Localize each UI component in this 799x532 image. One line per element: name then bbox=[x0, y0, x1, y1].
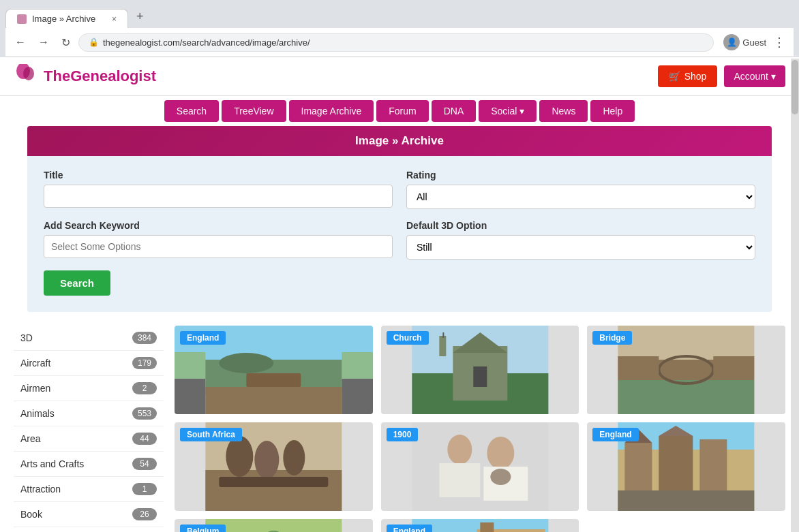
image-card-4[interactable]: South Africa bbox=[175, 422, 373, 511]
title-group: Title bbox=[44, 170, 393, 209]
image-tag-8: England bbox=[387, 525, 432, 532]
shop-button[interactable]: 🛒 Shop bbox=[658, 65, 718, 87]
svg-point-27 bbox=[447, 435, 472, 465]
tab-title: Image » Archive bbox=[32, 14, 95, 24]
svg-rect-50 bbox=[480, 522, 494, 532]
title-input[interactable] bbox=[44, 185, 393, 208]
sidebar-item-area[interactable]: Area 44 bbox=[14, 426, 164, 452]
image-tag-4: South Africa bbox=[180, 428, 242, 441]
tab-favicon bbox=[17, 14, 27, 24]
nav-treeview[interactable]: TreeView bbox=[222, 100, 286, 122]
rating-label: Rating bbox=[406, 170, 755, 181]
sidebar-item-airmen[interactable]: Airmen 2 bbox=[14, 376, 164, 401]
sidebar-item-arts-and-crafts[interactable]: Arts and Crafts 54 bbox=[14, 452, 164, 477]
svg-rect-21 bbox=[205, 470, 342, 511]
image-card-3[interactable]: Bridge bbox=[587, 326, 785, 414]
header-right: 🛒 Shop Account ▾ bbox=[658, 65, 785, 87]
nav-image-archive[interactable]: Image Archive bbox=[289, 100, 374, 122]
image-card-7[interactable]: Belgium bbox=[175, 519, 373, 532]
browser-window: Image » Archive × + ← → ↻ 🔒 thegenealogi… bbox=[0, 0, 799, 532]
scrollbar[interactable] bbox=[791, 59, 799, 532]
url-text: thegenealogist.com/search/advanced/image… bbox=[103, 37, 310, 48]
more-options-button[interactable]: ⋮ bbox=[770, 32, 788, 52]
title-label: Title bbox=[44, 170, 393, 181]
svg-point-5 bbox=[219, 353, 273, 373]
back-button[interactable]: ← bbox=[11, 33, 30, 51]
svg-point-29 bbox=[487, 437, 514, 469]
nav-social[interactable]: Social ▾ bbox=[479, 100, 537, 122]
svg-rect-25 bbox=[219, 477, 328, 487]
keyword-group: Add Search Keyword bbox=[44, 220, 393, 260]
rating-group: Rating All 1 Star 2 Stars 3 Stars 4 Star… bbox=[406, 170, 755, 209]
form-row-1: Title Rating All 1 Star 2 Stars 3 Stars … bbox=[44, 170, 755, 209]
forward-button[interactable]: → bbox=[34, 33, 53, 51]
image-card-6[interactable]: England bbox=[587, 422, 785, 511]
chevron-down-icon: ▾ bbox=[771, 71, 776, 82]
logo[interactable]: TheGenealogist bbox=[14, 64, 156, 89]
nav-search[interactable]: Search bbox=[164, 100, 219, 122]
sidebar: 3D 384 Aircraft 179 Airmen 2 Animals 553… bbox=[14, 326, 164, 532]
address-bar[interactable]: 🔒 thegenealogist.com/search/advanced/ima… bbox=[78, 33, 714, 52]
avatar: 👤 bbox=[723, 34, 740, 50]
page-content: TheGenealogist 🛒 Shop Account ▾ Search T… bbox=[0, 57, 799, 532]
scroll-thumb[interactable] bbox=[792, 60, 798, 114]
refresh-button[interactable]: ↻ bbox=[57, 33, 74, 52]
svg-point-31 bbox=[490, 469, 511, 485]
new-tab-button[interactable]: + bbox=[128, 5, 152, 28]
svg-rect-36 bbox=[700, 439, 727, 490]
sidebar-item-brand[interactable]: Brand 2 bbox=[14, 527, 164, 532]
search-form: Title Rating All 1 Star 2 Stars 3 Stars … bbox=[27, 156, 772, 312]
svg-rect-40 bbox=[205, 519, 342, 532]
image-grid: England C bbox=[175, 326, 785, 532]
image-tag-3: Bridge bbox=[592, 331, 632, 345]
svg-rect-4 bbox=[205, 387, 342, 414]
account-button[interactable]: Account ▾ bbox=[724, 65, 785, 87]
d3-label: Default 3D Option bbox=[406, 220, 755, 231]
rating-select[interactable]: All 1 Star 2 Stars 3 Stars 4 Stars 5 Sta… bbox=[406, 185, 755, 209]
svg-rect-12 bbox=[439, 336, 446, 356]
image-tag-1: England bbox=[180, 331, 226, 345]
keyword-input[interactable] bbox=[44, 235, 393, 258]
user-menu[interactable]: 👤 Guest bbox=[723, 34, 766, 50]
page-header-bar: Image » Archive bbox=[27, 126, 772, 156]
nav-dna[interactable]: DNA bbox=[432, 100, 477, 122]
tab-close-button[interactable]: × bbox=[112, 14, 117, 24]
nav-help[interactable]: Help bbox=[590, 100, 635, 122]
search-button[interactable]: Search bbox=[44, 270, 110, 296]
d3-select[interactable]: Still 3D Both bbox=[406, 235, 755, 260]
chevron-down-icon: ▾ bbox=[519, 106, 524, 116]
image-card-5[interactable]: 1900 bbox=[381, 422, 579, 511]
image-tag-6: England bbox=[592, 428, 638, 441]
svg-point-23 bbox=[254, 441, 279, 479]
content-area: 3D 384 Aircraft 179 Airmen 2 Animals 553… bbox=[0, 326, 799, 532]
sidebar-item-attraction[interactable]: Attraction 1 bbox=[14, 477, 164, 502]
logo-text: TheGenealogist bbox=[44, 67, 156, 85]
logo-icon bbox=[14, 64, 38, 89]
svg-rect-34 bbox=[625, 443, 652, 490]
image-card-2[interactable]: Church bbox=[381, 326, 579, 414]
d3-group: Default 3D Option Still 3D Both bbox=[406, 220, 755, 260]
image-card-1[interactable]: England bbox=[175, 326, 373, 414]
browser-tabs: Image » Archive × + bbox=[5, 5, 794, 28]
nav-news[interactable]: News bbox=[539, 100, 588, 122]
image-card-8[interactable]: England bbox=[381, 519, 579, 532]
nav-forum[interactable]: Forum bbox=[376, 100, 428, 122]
svg-rect-35 bbox=[659, 436, 693, 490]
form-row-2: Add Search Keyword Default 3D Option Sti… bbox=[44, 220, 755, 260]
svg-rect-19 bbox=[714, 356, 755, 380]
browser-chrome: Image » Archive × + ← → ↻ 🔒 thegenealogi… bbox=[0, 0, 799, 57]
keyword-label: Add Search Keyword bbox=[44, 220, 393, 231]
user-label: Guest bbox=[742, 37, 766, 48]
site-header: TheGenealogist 🛒 Shop Account ▾ bbox=[0, 57, 799, 96]
svg-point-1 bbox=[23, 67, 34, 80]
site-nav: Search TreeView Image Archive Forum DNA … bbox=[0, 96, 799, 126]
svg-point-22 bbox=[226, 436, 253, 477]
active-tab[interactable]: Image » Archive × bbox=[5, 9, 128, 28]
svg-rect-6 bbox=[246, 373, 301, 387]
lock-icon: 🔒 bbox=[89, 37, 99, 47]
sidebar-item-aircraft[interactable]: Aircraft 179 bbox=[14, 351, 164, 376]
sidebar-item-3d[interactable]: 3D 384 bbox=[14, 326, 164, 351]
svg-point-24 bbox=[283, 440, 305, 475]
sidebar-item-animals[interactable]: Animals 553 bbox=[14, 401, 164, 426]
sidebar-item-book[interactable]: Book 26 bbox=[14, 502, 164, 527]
